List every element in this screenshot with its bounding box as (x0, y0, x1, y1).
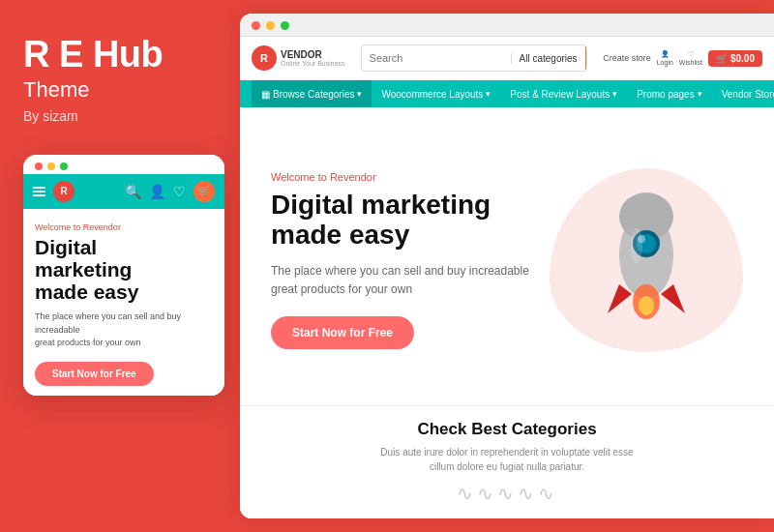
theme-title: R E Hub (23, 35, 163, 75)
desktop-hero-headline: Digital marketingmade easy (271, 191, 530, 251)
desktop-hero-welcome: Welcome to Revendor (271, 171, 530, 183)
browser-chrome (240, 14, 774, 37)
browser-dot-green (281, 21, 289, 30)
categories-decoration: ∿∿∿∿∿ (271, 482, 743, 505)
desktop-nav-vendor[interactable]: Vendor Store List (712, 80, 774, 107)
desktop-header: R VENDOR Online Your Business All catego… (240, 37, 774, 80)
dot-red (35, 163, 43, 170)
mobile-nav-icons: 🔍 👤 ♡ 🛒 (125, 181, 215, 202)
desktop-nav-promo[interactable]: Promo pages ▾ (627, 80, 711, 107)
mobile-nav: R 🔍 👤 ♡ 🛒 (23, 174, 224, 209)
mobile-cta-button[interactable]: Start Now for Free (35, 362, 154, 386)
mobile-top-bar (23, 155, 224, 174)
desktop-logo-badge: R (252, 45, 277, 71)
desktop-nav-browse[interactable]: ▦ Browse Categories ▾ (252, 80, 372, 107)
hamburger-icon[interactable] (33, 187, 45, 196)
mobile-logo-badge: R (53, 181, 74, 202)
user-icon: 👤 (661, 50, 670, 58)
desktop-nav-woocommerce[interactable]: Woocommerce Layouts ▾ (372, 80, 500, 107)
desktop-cta-button[interactable]: Start Now for Free (271, 316, 414, 349)
rocket-illustration (569, 183, 724, 338)
svg-point-6 (639, 296, 654, 315)
desktop-create-store[interactable]: Create store (603, 53, 651, 63)
desktop-cart-button[interactable]: 🛒 $0.00 (708, 50, 762, 67)
chevron-down-icon: ▾ (357, 89, 362, 99)
mobile-welcome: Welcome to Revendor (35, 222, 213, 232)
desktop-login-button[interactable]: 👤 Login (657, 50, 673, 66)
cart-icon: 🛒 (716, 53, 728, 64)
desktop-categories-dropdown[interactable]: All categories (511, 53, 585, 64)
mobile-user-icon[interactable]: 👤 (149, 184, 165, 199)
desktop-header-actions: Create store 👤 Login ♡ Wishlist 🛒 $0.00 (603, 50, 762, 67)
categories-title: Check Best Categories (271, 420, 743, 439)
browser-dot-yellow (266, 21, 275, 30)
desktop-nav: ▦ Browse Categories ▾ Woocommerce Layout… (240, 80, 774, 107)
mobile-description: The place where you can sell and buy inc… (35, 310, 213, 350)
mobile-content: Welcome to Revendor Digitalmarketingmade… (23, 209, 224, 396)
desktop-hero-image (550, 168, 743, 352)
chevron-down-icon: ▾ (612, 89, 617, 99)
theme-subtitle: Theme (23, 77, 89, 103)
chevron-down-icon: ▾ (698, 89, 702, 99)
right-panel: R VENDOR Online Your Business All catego… (240, 14, 774, 518)
svg-point-7 (631, 228, 642, 263)
desktop-wishlist-button[interactable]: ♡ Wishlist (679, 50, 702, 66)
categories-description: Duis aute irure dolor in reprehenderit i… (271, 445, 743, 474)
desktop-search-button[interactable]: 🔍 (585, 44, 588, 72)
theme-author: By sizam (23, 108, 78, 124)
desktop-logo-text: VENDOR Online Your Business (281, 49, 345, 67)
desktop-hero: Welcome to Revendor Digital marketingmad… (240, 107, 774, 405)
desktop-search-bar[interactable]: All categories 🔍 (361, 44, 588, 72)
desktop-logo: R VENDOR Online Your Business (252, 45, 345, 71)
desktop-search-input[interactable] (362, 52, 511, 64)
desktop-nav-post-review[interactable]: Post & Review Layouts ▾ (500, 80, 627, 107)
left-panel: R E Hub Theme By sizam R 🔍 👤 ♡ 🛒 (0, 0, 240, 532)
desktop-hero-description: The place where you can sell and buy inc… (271, 262, 530, 299)
mobile-cart-icon[interactable]: 🛒 (194, 181, 215, 202)
mobile-wishlist-icon[interactable]: ♡ (173, 184, 186, 199)
mobile-search-icon[interactable]: 🔍 (125, 184, 141, 199)
grid-icon: ▦ (261, 89, 270, 100)
dot-yellow (47, 163, 55, 170)
desktop-hero-left: Welcome to Revendor Digital marketingmad… (271, 171, 530, 349)
desktop-categories: Check Best Categories Duis aute irure do… (240, 405, 774, 518)
heart-icon: ♡ (688, 50, 694, 58)
chevron-down-icon: ▾ (486, 89, 491, 99)
mobile-mockup: R 🔍 👤 ♡ 🛒 Welcome to Revendor Digitalmar… (23, 155, 224, 396)
browser-dot-red (252, 21, 260, 30)
dot-green (60, 163, 68, 170)
mobile-headline: Digitalmarketingmade easy (35, 236, 213, 303)
